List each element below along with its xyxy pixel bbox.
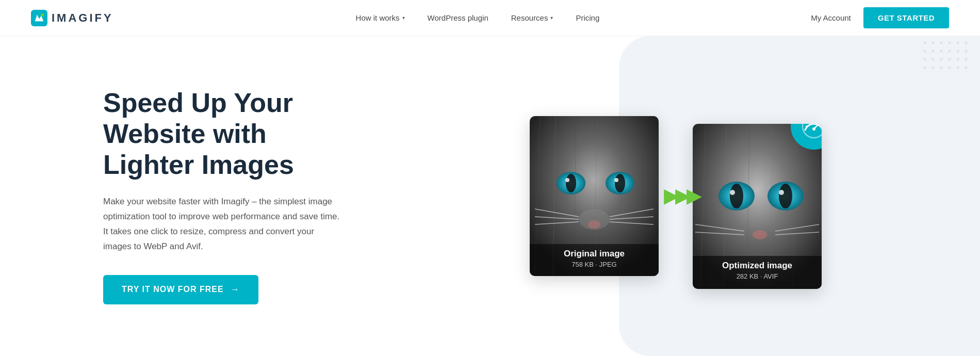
nav-right: My Account GET STARTED bbox=[811, 7, 949, 28]
navbar: IMAGIFY How it works ▾ WordPress plugin … bbox=[0, 0, 980, 36]
deco-dot bbox=[932, 41, 935, 44]
deco-dot bbox=[923, 41, 926, 44]
nav-links: How it works ▾ WordPress plugin Resource… bbox=[144, 0, 811, 36]
deco-dot bbox=[965, 66, 968, 69]
svg-text:Original image: Original image bbox=[564, 249, 625, 258]
deco-dot bbox=[923, 66, 926, 69]
svg-point-1 bbox=[41, 13, 44, 17]
try-arrow-icon: → bbox=[230, 284, 240, 295]
deco-dot bbox=[940, 41, 943, 44]
nav-label-wordpress-plugin: WordPress plugin bbox=[428, 13, 488, 22]
get-started-button[interactable]: GET STARTED bbox=[863, 7, 949, 28]
original-image-card: Original image 758 KB · JPEG bbox=[530, 116, 659, 276]
my-account-link[interactable]: My Account bbox=[811, 13, 851, 22]
nav-label-how-it-works: How it works bbox=[356, 13, 400, 22]
deco-dot bbox=[940, 66, 943, 69]
svg-text:282 KB · AVIF: 282 KB · AVIF bbox=[737, 272, 778, 280]
deco-dot bbox=[956, 58, 959, 61]
svg-point-41 bbox=[730, 184, 743, 208]
deco-dot bbox=[948, 66, 951, 69]
logo-icon bbox=[31, 10, 47, 26]
svg-point-12 bbox=[566, 174, 576, 192]
conversion-arrows: ▶▶▶ bbox=[664, 187, 698, 205]
deco-dot bbox=[956, 41, 959, 44]
hero-title: Speed Up Your Website with Lighter Image… bbox=[103, 88, 351, 180]
svg-point-46 bbox=[753, 230, 767, 239]
deco-dot bbox=[956, 66, 959, 69]
deco-dot bbox=[948, 50, 951, 53]
chevron-down-icon-2: ▾ bbox=[550, 15, 553, 21]
arrow-icons: ▶▶▶ bbox=[664, 187, 698, 205]
deco-dot bbox=[948, 41, 951, 44]
nav-item-resources[interactable]: Resources ▾ bbox=[500, 0, 565, 36]
svg-rect-0 bbox=[31, 10, 47, 26]
hero-section: // Will be rendered via JS below Speed U… bbox=[0, 36, 980, 356]
svg-point-45 bbox=[779, 190, 784, 195]
try-it-now-button[interactable]: TRY IT NOW FOR FREE → bbox=[103, 275, 258, 304]
logo[interactable]: IMAGIFY bbox=[31, 10, 113, 26]
hero-content: Speed Up Your Website with Lighter Image… bbox=[103, 88, 371, 304]
optimized-image-card: Optimized image 282 KB · AVIF bbox=[693, 124, 822, 289]
deco-dot bbox=[932, 66, 935, 69]
logo-text: IMAGIFY bbox=[52, 11, 113, 25]
svg-text:Optimized image: Optimized image bbox=[722, 261, 792, 270]
svg-point-13 bbox=[565, 178, 569, 182]
speedometer-icon bbox=[801, 124, 822, 139]
deco-dot bbox=[965, 50, 968, 53]
nav-item-wordpress-plugin[interactable]: WordPress plugin bbox=[416, 0, 500, 36]
hero-description: Make your website faster with Imagify – … bbox=[103, 195, 340, 254]
deco-dot bbox=[932, 50, 935, 53]
deco-dot bbox=[940, 58, 943, 61]
svg-text:758 KB · JPEG: 758 KB · JPEG bbox=[571, 261, 616, 268]
nav-label-resources: Resources bbox=[511, 13, 548, 22]
nav-label-pricing: Pricing bbox=[576, 13, 599, 22]
try-button-label: TRY IT NOW FOR FREE bbox=[122, 285, 224, 294]
deco-dot bbox=[932, 58, 935, 61]
deco-dots: // Will be rendered via JS below bbox=[923, 41, 970, 71]
deco-dot bbox=[923, 50, 926, 53]
nav-item-how-it-works[interactable]: How it works ▾ bbox=[345, 0, 416, 36]
hero-images: Original image 758 KB · JPEG ▶▶▶ bbox=[402, 103, 949, 289]
deco-dot bbox=[965, 41, 968, 44]
svg-point-33 bbox=[812, 127, 815, 131]
svg-point-42 bbox=[730, 190, 735, 195]
nav-item-pricing[interactable]: Pricing bbox=[564, 0, 611, 36]
original-cat-image: Original image 758 KB · JPEG bbox=[530, 116, 659, 276]
chevron-down-icon-1: ▾ bbox=[402, 15, 405, 21]
svg-point-44 bbox=[779, 184, 792, 208]
deco-dot bbox=[965, 58, 968, 61]
svg-point-10 bbox=[588, 220, 600, 229]
deco-dot bbox=[948, 58, 951, 61]
svg-point-16 bbox=[614, 178, 618, 182]
svg-point-15 bbox=[615, 174, 625, 192]
deco-dot bbox=[956, 50, 959, 53]
deco-dot bbox=[923, 58, 926, 61]
deco-dot bbox=[940, 50, 943, 53]
optimized-cat-image: Optimized image 282 KB · AVIF bbox=[693, 124, 822, 289]
